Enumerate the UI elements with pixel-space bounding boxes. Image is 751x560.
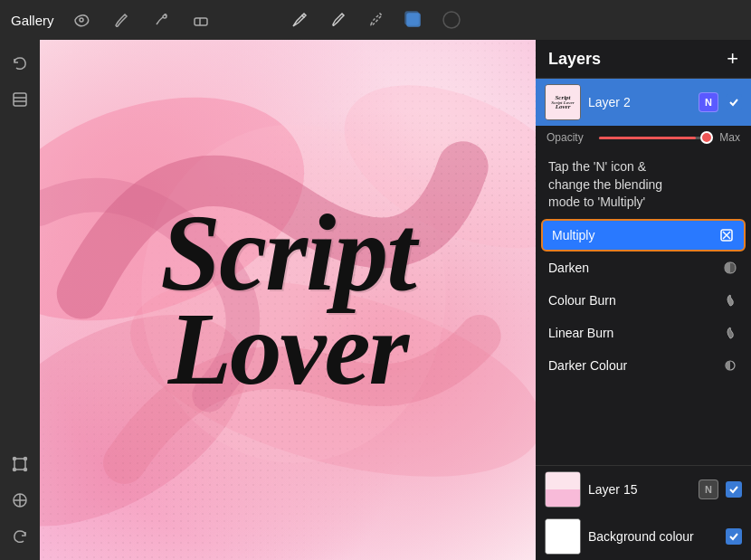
svg-point-10	[14, 458, 16, 460]
svg-rect-9	[14, 459, 25, 470]
opacity-label: Opacity	[547, 131, 592, 144]
sidebar-transform-icon[interactable]	[4, 448, 36, 480]
svg-text:Lover: Lover	[555, 103, 571, 110]
layer-2-thumbnail: Script Lover	[545, 84, 581, 120]
svg-rect-4	[405, 12, 418, 24]
opacity-thumb	[700, 131, 713, 144]
svg-point-20	[319, 52, 536, 281]
svg-rect-22	[546, 85, 580, 119]
blend-linear-burn-label: Linear Burn	[548, 326, 613, 340]
svg-point-13	[24, 469, 27, 471]
blend-multiply-icon	[718, 227, 735, 243]
layers-title: Layers	[548, 50, 601, 69]
smudge-icon[interactable]	[148, 7, 174, 33]
blend-darken-icon	[722, 260, 738, 276]
background-layer-name: Background colour	[588, 529, 718, 544]
toolbar-center	[287, 7, 464, 33]
svg-point-11	[24, 458, 27, 460]
sidebar-redo-icon[interactable]	[4, 520, 36, 553]
sidebar-select-icon[interactable]	[4, 484, 36, 517]
svg-point-21	[141, 125, 446, 463]
blur-tool-icon[interactable]	[363, 7, 388, 33]
svg-rect-30	[546, 472, 580, 489]
layer-15-visibility-check[interactable]	[726, 481, 742, 498]
opacity-row: Opacity Max	[536, 126, 751, 149]
layer-2-visibility-check[interactable]	[726, 94, 742, 110]
canvas-script-text: Script Lover	[160, 204, 414, 396]
svg-point-5	[443, 12, 460, 28]
layers-bottom: Layer 15 N Background colour	[536, 465, 751, 560]
blend-item-darken[interactable]: Darken	[536, 252, 751, 284]
blend-darken-label: Darken	[548, 261, 589, 275]
canvas-background: Script Lover	[40, 40, 536, 560]
script-line2: Lover	[160, 302, 414, 396]
layer-2-item[interactable]: Script Lover Layer 2 N	[536, 79, 751, 126]
left-sidebar	[0, 40, 40, 560]
layer-15-name: Layer 15	[588, 482, 691, 497]
layer-15-item[interactable]: Layer 15 N	[536, 466, 751, 513]
instruction-text: Tap the 'N' icon &change the blendingmod…	[536, 149, 751, 219]
blend-item-colour-burn[interactable]: Colour Burn	[536, 284, 751, 317]
layer-15-thumbnail	[545, 471, 581, 508]
main-area: Script Lover Layers + Script Lover Layer…	[0, 40, 751, 560]
sidebar-layers-icon[interactable]	[4, 83, 36, 116]
pen-tool-icon[interactable]	[287, 7, 312, 33]
toolbar: Gallery	[0, 0, 751, 40]
layers-add-button[interactable]: +	[727, 49, 738, 69]
blend-multiply-label: Multiply	[552, 228, 594, 242]
svg-point-17	[40, 56, 335, 363]
blend-mode-list: Multiply Darken Colour Burn	[536, 219, 751, 465]
layers-panel: Layers + Script Lover Layer 2 N Opacity	[536, 40, 751, 560]
svg-point-19	[40, 271, 281, 527]
canvas-area: Script Lover	[40, 40, 536, 560]
opacity-fill	[599, 137, 696, 139]
background-visibility-check[interactable]	[726, 528, 742, 545]
sidebar-undo-icon[interactable]	[4, 47, 36, 80]
layer-2-name: Layer 2	[588, 95, 691, 109]
brush-icon[interactable]	[109, 7, 134, 33]
color-circle-icon[interactable]	[439, 7, 464, 33]
blend-item-darker-colour[interactable]: Darker Colour	[536, 349, 751, 382]
blend-linear-burn-icon	[722, 325, 738, 341]
blend-colour-burn-label: Colour Burn	[548, 293, 616, 308]
svg-text:Script: Script	[555, 94, 571, 101]
layer-15-blend-button[interactable]: N	[699, 479, 718, 499]
brush-tool-icon[interactable]	[325, 7, 350, 33]
layers-header: Layers +	[536, 40, 751, 79]
halftone-overlay	[40, 40, 536, 560]
svg-point-12	[14, 469, 16, 471]
svg-rect-31	[546, 519, 580, 554]
layer-2-blend-button[interactable]: N	[699, 92, 718, 112]
background-layer-item[interactable]: Background colour	[536, 513, 751, 560]
svg-point-18	[109, 242, 536, 515]
blend-item-linear-burn[interactable]: Linear Burn	[536, 317, 751, 349]
gallery-button[interactable]: Gallery	[11, 13, 54, 28]
eraser-icon[interactable]	[188, 7, 214, 33]
modify-icon[interactable]	[69, 7, 94, 33]
svg-rect-1	[195, 18, 207, 25]
opacity-slider[interactable]	[599, 137, 712, 139]
blend-item-multiply[interactable]: Multiply	[541, 219, 746, 252]
blend-colour-burn-icon	[722, 292, 738, 308]
background-thumbnail	[545, 518, 581, 555]
blend-darker-colour-icon	[722, 357, 738, 374]
opacity-max-label: Max	[719, 131, 740, 144]
blend-darker-colour-label: Darker Colour	[548, 358, 627, 373]
svg-point-0	[80, 18, 83, 22]
swirl-overlay	[40, 40, 536, 527]
svg-rect-6	[14, 93, 26, 106]
script-line1: Script	[160, 204, 414, 302]
layers-tool-icon[interactable]	[401, 7, 426, 33]
toolbar-left: Gallery	[11, 7, 214, 33]
